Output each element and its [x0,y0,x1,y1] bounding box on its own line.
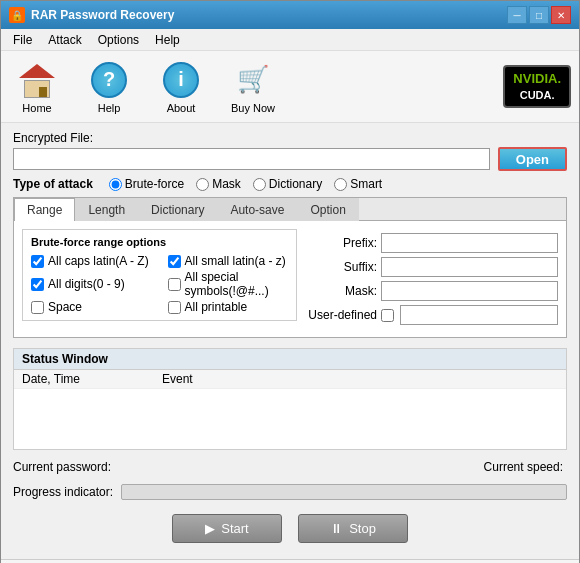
help-icon-container: ? [89,60,129,100]
app-icon: 🔒 [9,7,25,23]
caps-latin-label: All caps latin(A - Z) [48,254,149,268]
about-icon: i [163,62,199,98]
prefix-row: Prefix: [305,233,558,253]
encrypted-file-section: Encrypted File: Open [13,131,567,171]
prefix-input[interactable] [381,233,558,253]
toolbar: Home ? Help i About 🛒 Buy Now NVIDIA. CU… [1,51,579,123]
tab-range[interactable]: Range [14,198,75,221]
current-speed-item: Current speed: [484,460,567,474]
suffix-input[interactable] [381,257,558,277]
toolbar-about[interactable]: i About [153,60,209,114]
mask-label: Mask: [305,284,377,298]
mask-row: Mask: [305,281,558,301]
toolbar-buynow[interactable]: 🛒 Buy Now [225,60,281,114]
progress-label: Progress indicator: [13,485,113,499]
check-space[interactable]: Space [31,300,152,314]
nvidia-badge: NVIDIA. CUDA. [503,65,571,108]
status-body [14,389,566,449]
range-right-panel: Prefix: Suffix: Mask: [305,229,558,329]
menu-help[interactable]: Help [147,31,188,49]
stop-button[interactable]: ⏸ Stop [298,514,408,543]
progress-bar [121,484,567,500]
minimize-button[interactable]: ─ [507,6,527,24]
help-icon: ? [91,62,127,98]
start-button[interactable]: ▶ Start [172,514,282,543]
window-title: RAR Password Recovery [31,8,507,22]
current-password-item: Current password: [13,460,115,474]
close-button[interactable]: ✕ [551,6,571,24]
small-latin-label: All small latin(a - z) [185,254,286,268]
status-header: Status Window [14,349,566,370]
encrypted-file-label: Encrypted File: [13,131,93,145]
range-tab-body: Brute-force range options All caps latin… [22,229,558,329]
mask-label: Mask [212,177,241,191]
toolbar-home[interactable]: Home [9,60,65,114]
tab-content-range: Brute-force range options All caps latin… [14,221,566,337]
start-icon: ▶ [205,521,215,536]
status-table: Date, Time Event [14,370,566,389]
brute-force-section: Brute-force range options All caps latin… [22,229,297,321]
home-icon [17,60,57,100]
smart-label: Smart [350,177,382,191]
main-content: Encrypted File: Open Type of attack Brut… [1,123,579,559]
check-digits[interactable]: All digits(0 - 9) [31,270,152,298]
check-caps-latin[interactable]: All caps latin(A - Z) [31,254,152,268]
check-special[interactable]: All special symbols(!@#...) [168,270,289,298]
tab-auto-save[interactable]: Auto-save [217,198,297,221]
window-controls: ─ □ ✕ [507,6,571,24]
user-defined-input[interactable] [400,305,558,325]
nvidia-text: NVIDIA. [513,71,561,88]
radio-mask[interactable]: Mask [196,177,241,191]
status-section: Status Window Date, Time Event [13,348,567,450]
stop-label: Stop [349,521,376,536]
progress-row: Progress indicator: [13,484,567,500]
encrypted-file-input[interactable] [13,148,490,170]
attack-type-section: Type of attack Brute-force Mask Dictiona… [13,177,567,191]
col-event: Event [154,370,566,389]
user-defined-label: User-defined [305,308,377,322]
dictionary-label: Dictionary [269,177,322,191]
prefix-section: Prefix: Suffix: Mask: [305,233,558,325]
cart-icon: 🛒 [233,60,273,100]
about-label: About [167,102,196,114]
menu-file[interactable]: File [5,31,40,49]
col-date-time: Date, Time [14,370,154,389]
radio-smart[interactable]: Smart [334,177,382,191]
main-window: 🔒 RAR Password Recovery ─ □ ✕ File Attac… [0,0,580,563]
maximize-button[interactable]: □ [529,6,549,24]
suffix-row: Suffix: [305,257,558,277]
about-icon-container: i [161,60,201,100]
file-row: Encrypted File: [13,131,567,145]
toolbar-help[interactable]: ? Help [81,60,137,114]
range-left-panel: Brute-force range options All caps latin… [22,229,297,329]
menu-options[interactable]: Options [90,31,147,49]
prefix-label: Prefix: [305,236,377,250]
footer-bar: RAR Password Recovery Trial, Version 6.0… [1,559,579,563]
tab-dictionary[interactable]: Dictionary [138,198,217,221]
home-label: Home [22,102,51,114]
title-bar: 🔒 RAR Password Recovery ─ □ ✕ [1,1,579,29]
suffix-label: Suffix: [305,260,377,274]
user-defined-check[interactable] [381,309,394,322]
menu-bar: File Attack Options Help [1,29,579,51]
action-buttons: ▶ Start ⏸ Stop [13,506,567,551]
current-password-label: Current password: [13,460,111,474]
radio-dictionary[interactable]: Dictionary [253,177,322,191]
check-small-latin[interactable]: All small latin(a - z) [168,254,289,268]
open-button[interactable]: Open [498,147,567,171]
user-defined-row: User-defined [305,305,558,325]
checkbox-grid: All caps latin(A - Z) All small latin(a … [31,254,288,314]
mask-input[interactable] [381,281,558,301]
attack-type-label: Type of attack [13,177,93,191]
file-input-row: Open [13,147,567,171]
tab-option[interactable]: Option [297,198,358,221]
tab-length[interactable]: Length [75,198,138,221]
current-speed-label: Current speed: [484,460,563,474]
menu-attack[interactable]: Attack [40,31,89,49]
check-printable[interactable]: All printable [168,300,289,314]
special-label: All special symbols(!@#...) [185,270,289,298]
radio-brute-force[interactable]: Brute-force [109,177,184,191]
space-label: Space [48,300,82,314]
cuda-text: CUDA. [513,88,561,102]
digits-label: All digits(0 - 9) [48,277,125,291]
